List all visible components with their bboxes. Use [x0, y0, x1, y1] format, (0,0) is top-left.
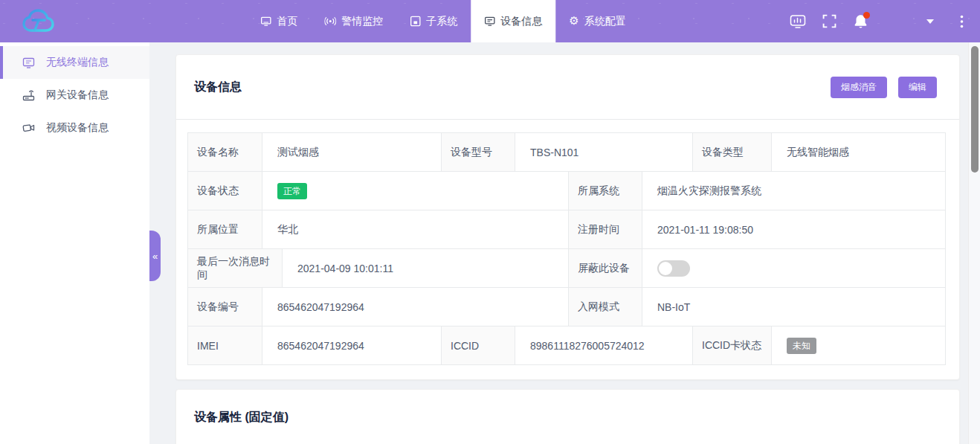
- field-label: 设备状态: [188, 172, 262, 210]
- gear-icon: ⚙: [569, 16, 578, 27]
- user-menu-caret[interactable]: [922, 13, 938, 30]
- field-label: 最后一次消息时间: [188, 249, 283, 288]
- sidebar-collapse-handle[interactable]: «: [149, 231, 161, 281]
- field-label: ICCID: [442, 326, 515, 365]
- field-label: 设备名称: [188, 133, 262, 172]
- video-camera-icon: [22, 122, 35, 134]
- nav-item-subsystem[interactable]: 子系统: [396, 0, 471, 42]
- field-label: 设备编号: [188, 288, 262, 326]
- field-label: 屏蔽此设备: [569, 249, 642, 288]
- notification-dot: [863, 12, 870, 19]
- nav-label: 首页: [277, 15, 297, 28]
- device-attributes-card-header: 设备属性 (固定值): [176, 390, 959, 444]
- collapse-chevrons-icon: «: [152, 251, 158, 262]
- edit-button[interactable]: 编辑: [898, 77, 937, 98]
- table-row: 最后一次消息时间 2021-04-09 10:01:11 屏蔽此设备: [188, 249, 946, 288]
- nav-label: 设备信息: [500, 15, 542, 28]
- more-vertical-icon[interactable]: [953, 13, 970, 30]
- table-row: IMEI 865462047192964 ICCID 8986111827600…: [188, 326, 946, 365]
- vertical-scrollbar[interactable]: [968, 42, 980, 444]
- main-content: 设备信息 烟感消音 编辑 设备名称 测试烟感 设备型号 TBS-N101 设备类…: [149, 42, 968, 444]
- field-label: IMEI: [188, 326, 262, 365]
- nav-item-home[interactable]: 首页: [247, 0, 311, 42]
- device-info-card-header: 设备信息 烟感消音 编辑: [176, 55, 959, 120]
- device-info-card: 设备信息 烟感消音 编辑 设备名称 测试烟感 设备型号 TBS-N101 设备类…: [175, 54, 960, 380]
- shield-device-toggle[interactable]: [657, 260, 690, 277]
- field-value-network-mode: NB-IoT: [642, 288, 946, 326]
- field-value-device-model: TBS-N101: [515, 133, 693, 172]
- nav-item-alarm-monitor[interactable]: 警情监控: [311, 0, 396, 42]
- device-detail-table: 设备名称 测试烟感 设备型号 TBS-N101 设备类型 无线智能烟感 设备状态…: [187, 132, 946, 365]
- bell-icon[interactable]: [852, 13, 868, 30]
- nav-label: 子系统: [426, 15, 457, 28]
- field-label: 设备类型: [693, 133, 772, 172]
- field-value-system: 烟温火灾探测报警系统: [642, 172, 946, 210]
- main-nav: 首页 警情监控 子系统 设备信息: [247, 0, 639, 42]
- home-icon: [260, 16, 271, 27]
- field-value-last-message: 2021-04-09 10:01:11: [283, 249, 569, 288]
- table-row: 设备状态 正常 所属系统 烟温火灾探测报警系统: [188, 172, 946, 210]
- nav-label: 警情监控: [341, 15, 383, 28]
- field-value-imei: 865462047192964: [262, 326, 442, 365]
- field-label: 设备型号: [442, 133, 515, 172]
- field-value-iccid: 89861118276005724012: [515, 326, 693, 365]
- field-label: 所属位置: [188, 210, 262, 249]
- field-value-shield-device: [642, 249, 946, 288]
- fullscreen-icon[interactable]: [821, 13, 837, 30]
- device-info-icon: [484, 16, 495, 27]
- app-logo-cloud-icon: [19, 6, 73, 37]
- nav-item-device-info[interactable]: 设备信息: [471, 0, 555, 42]
- table-row: 所属位置 华北 注册时间 2021-01-11 19:08:50: [188, 210, 946, 249]
- smoke-mute-button[interactable]: 烟感消音: [831, 77, 887, 98]
- caret-down-icon: [926, 19, 934, 24]
- topbar: 首页 警情监控 子系统 设备信息: [0, 0, 980, 42]
- nav-label: 系统配置: [584, 15, 626, 28]
- sidebar-item-gateway[interactable]: 网关设备信息: [0, 79, 149, 112]
- field-value-iccid-status: 未知: [772, 326, 946, 365]
- table-row: 设备名称 测试烟感 设备型号 TBS-N101 设备类型 无线智能烟感: [188, 133, 946, 172]
- field-value-device-no: 865462047192964: [262, 288, 569, 326]
- field-value-device-type: 无线智能烟感: [772, 133, 946, 172]
- header-buttons: 烟感消音 编辑: [831, 77, 937, 98]
- sidebar-item-wireless-terminal[interactable]: 无线终端信息: [0, 46, 149, 79]
- field-label: ICCID卡状态: [693, 326, 772, 365]
- field-label: 入网模式: [569, 288, 642, 326]
- data-screen-icon[interactable]: [790, 13, 806, 30]
- section-title: 设备属性 (固定值): [194, 410, 288, 425]
- field-value-device-name: 测试烟感: [262, 133, 442, 172]
- wireless-terminal-icon: [22, 57, 35, 68]
- sidebar-item-video[interactable]: 视频设备信息: [0, 112, 149, 144]
- field-value-register-time: 2021-01-11 19:08:50: [642, 210, 946, 249]
- device-attributes-card: 设备属性 (固定值): [175, 389, 960, 444]
- field-label: 注册时间: [569, 210, 642, 249]
- field-label: 所属系统: [569, 172, 642, 210]
- sidebar: 无线终端信息 网关设备信息 视频设备信息: [0, 42, 149, 444]
- sidebar-item-label: 视频设备信息: [46, 121, 109, 135]
- topbar-actions: [775, 0, 970, 42]
- scrollbar-thumb[interactable]: [971, 46, 979, 173]
- sidebar-item-label: 无线终端信息: [46, 56, 109, 69]
- table-row: 设备编号 865462047192964 入网模式 NB-IoT: [188, 288, 946, 326]
- broadcast-icon: [324, 16, 336, 27]
- page-title: 设备信息: [194, 80, 242, 95]
- nav-item-system-config[interactable]: ⚙ 系统配置: [555, 0, 639, 42]
- status-badge-normal: 正常: [277, 183, 307, 199]
- gateway-router-icon: [22, 89, 35, 101]
- field-value-location: 华北: [262, 210, 569, 249]
- status-badge-unknown: 未知: [787, 338, 816, 354]
- sidebar-item-label: 网关设备信息: [46, 89, 109, 102]
- subsystem-icon: [410, 16, 421, 27]
- field-value-device-status: 正常: [262, 172, 569, 210]
